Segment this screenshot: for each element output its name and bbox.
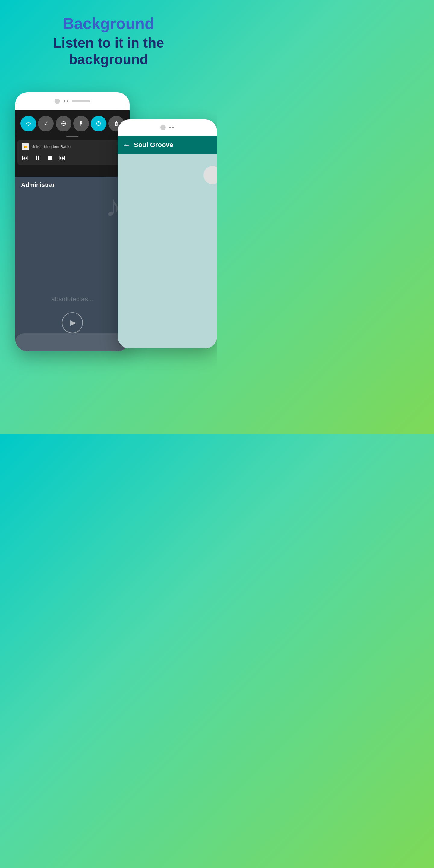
phone-left-notch	[15, 92, 130, 110]
phone-right: ← Soul Groove	[118, 119, 217, 348]
stop-button[interactable]: ⏹	[47, 154, 53, 161]
dot2	[67, 100, 68, 102]
dot4	[173, 127, 174, 128]
right-app-content	[118, 154, 217, 348]
media-app-icon: 📻	[22, 143, 29, 150]
flashlight-icon[interactable]	[73, 116, 89, 131]
dnd-icon[interactable]: ⊖	[56, 116, 71, 131]
media-app-name: United Kingdom Radio	[31, 144, 70, 149]
station-title: Soul Groove	[134, 141, 173, 149]
header-section: Background Listen to it in the backgroun…	[0, 0, 217, 77]
sync-icon[interactable]	[91, 116, 106, 131]
content-circle	[204, 166, 217, 184]
header-subtitle: Listen to it in the background	[12, 35, 205, 68]
app-screen-left: Administrar ♪ absoluteclas... ▶	[15, 177, 130, 351]
camera-right	[160, 125, 166, 130]
phone-left: ⊖	[15, 92, 130, 351]
media-controls[interactable]: ⏮ ⏸ ⏹ ⏭	[22, 154, 123, 162]
bluetooth-icon[interactable]	[38, 116, 54, 131]
phone-dots-right	[169, 127, 174, 128]
notification-bar: ⊖	[15, 110, 130, 177]
phone-dots-left	[64, 100, 68, 102]
camera-left	[55, 98, 60, 104]
right-app-header: ← Soul Groove	[118, 136, 217, 154]
pause-button[interactable]: ⏸	[34, 154, 41, 162]
dot1	[64, 100, 65, 102]
swipe-handle	[66, 136, 79, 137]
wifi-icon[interactable]	[21, 116, 36, 131]
play-icon: ▶	[70, 318, 76, 327]
dot3	[169, 127, 171, 128]
media-header: 📻 United Kingdom Radio	[22, 143, 123, 150]
prev-button[interactable]: ⏮	[22, 154, 28, 162]
media-notification: 📻 United Kingdom Radio ⏮ ⏸ ⏹ ⏭	[18, 140, 127, 165]
bottom-decoration	[15, 333, 130, 351]
back-arrow-icon[interactable]: ←	[123, 141, 130, 149]
station-watermark: absoluteclas...	[51, 296, 94, 303]
next-button[interactable]: ⏭	[59, 154, 66, 162]
phone-right-notch	[118, 119, 217, 136]
header-title: Background	[12, 15, 205, 32]
phone-speaker-left	[72, 100, 90, 102]
quick-settings: ⊖	[15, 110, 130, 136]
play-circle[interactable]: ▶	[62, 312, 83, 333]
phones-container: ⊖	[0, 83, 217, 400]
